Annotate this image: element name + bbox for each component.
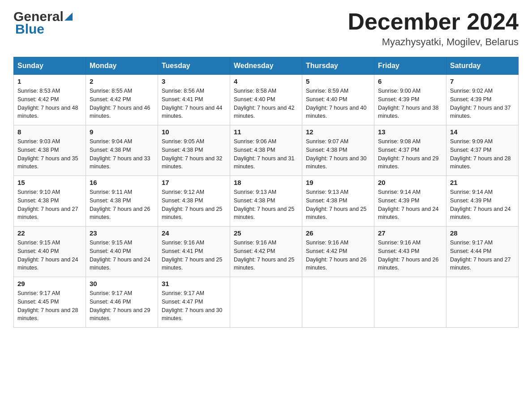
day-number: 7 (450, 77, 515, 85)
calendar-cell: 11Sunrise: 9:06 AMSunset: 4:38 PMDayligh… (230, 125, 302, 176)
day-info: Sunrise: 9:08 AMSunset: 4:37 PMDaylight:… (378, 137, 442, 171)
day-info: Sunrise: 9:09 AMSunset: 4:37 PMDaylight:… (450, 137, 515, 171)
weekday-header-saturday: Saturday (446, 57, 519, 75)
calendar-cell: 2Sunrise: 8:55 AMSunset: 4:42 PMDaylight… (86, 75, 158, 125)
day-number: 12 (306, 128, 370, 136)
calendar-cell: 27Sunrise: 9:16 AMSunset: 4:43 PMDayligh… (374, 227, 446, 277)
calendar-cell: 14Sunrise: 9:09 AMSunset: 4:37 PMDayligh… (446, 125, 519, 176)
calendar-body: 1Sunrise: 8:53 AMSunset: 4:42 PMDaylight… (14, 75, 519, 328)
calendar-cell: 8Sunrise: 9:03 AMSunset: 4:38 PMDaylight… (14, 125, 86, 176)
day-info: Sunrise: 9:16 AMSunset: 4:42 PMDaylight:… (306, 239, 370, 272)
day-info: Sunrise: 9:00 AMSunset: 4:39 PMDaylight:… (378, 87, 442, 120)
day-number: 28 (450, 229, 515, 237)
calendar-cell: 16Sunrise: 9:11 AMSunset: 4:38 PMDayligh… (86, 176, 158, 227)
day-number: 19 (306, 179, 370, 186)
weekday-header-thursday: Thursday (302, 57, 374, 75)
calendar-cell: 19Sunrise: 9:13 AMSunset: 4:38 PMDayligh… (302, 176, 374, 227)
day-info: Sunrise: 9:16 AMSunset: 4:41 PMDaylight:… (162, 239, 226, 272)
day-number: 23 (90, 229, 154, 237)
day-info: Sunrise: 9:02 AMSunset: 4:39 PMDaylight:… (450, 87, 515, 120)
day-number: 22 (17, 229, 82, 237)
day-info: Sunrise: 9:16 AMSunset: 4:42 PMDaylight:… (234, 239, 298, 272)
calendar-cell: 4Sunrise: 8:58 AMSunset: 4:40 PMDaylight… (230, 75, 302, 125)
day-info: Sunrise: 9:15 AMSunset: 4:40 PMDaylight:… (17, 239, 82, 272)
calendar-cell: 28Sunrise: 9:17 AMSunset: 4:44 PMDayligh… (446, 227, 519, 277)
week-row-1: 1Sunrise: 8:53 AMSunset: 4:42 PMDaylight… (14, 75, 519, 125)
day-info: Sunrise: 9:17 AMSunset: 4:44 PMDaylight:… (450, 239, 515, 272)
day-info: Sunrise: 9:13 AMSunset: 4:38 PMDaylight:… (234, 188, 298, 222)
day-info: Sunrise: 9:15 AMSunset: 4:40 PMDaylight:… (90, 239, 154, 272)
weekday-header-row: SundayMondayTuesdayWednesdayThursdayFrid… (14, 57, 519, 75)
day-info: Sunrise: 9:13 AMSunset: 4:38 PMDaylight:… (306, 188, 370, 222)
day-number: 24 (162, 229, 226, 237)
calendar-table: SundayMondayTuesdayWednesdayThursdayFrid… (13, 57, 519, 328)
calendar-cell: 1Sunrise: 8:53 AMSunset: 4:42 PMDaylight… (14, 75, 86, 125)
week-row-3: 15Sunrise: 9:10 AMSunset: 4:38 PMDayligh… (14, 176, 519, 227)
day-info: Sunrise: 8:59 AMSunset: 4:40 PMDaylight:… (306, 87, 370, 120)
day-info: Sunrise: 9:17 AMSunset: 4:45 PMDaylight:… (17, 289, 82, 323)
day-number: 10 (162, 128, 226, 136)
day-info: Sunrise: 9:05 AMSunset: 4:38 PMDaylight:… (162, 137, 226, 171)
week-row-5: 29Sunrise: 9:17 AMSunset: 4:45 PMDayligh… (14, 277, 519, 328)
day-number: 17 (162, 179, 226, 186)
calendar-cell (374, 277, 446, 328)
calendar-cell: 13Sunrise: 9:08 AMSunset: 4:37 PMDayligh… (374, 125, 446, 176)
day-number: 29 (17, 280, 82, 287)
day-number: 14 (450, 128, 515, 136)
calendar-cell: 6Sunrise: 9:00 AMSunset: 4:39 PMDaylight… (374, 75, 446, 125)
calendar-cell: 12Sunrise: 9:07 AMSunset: 4:38 PMDayligh… (302, 125, 374, 176)
day-info: Sunrise: 9:07 AMSunset: 4:38 PMDaylight:… (306, 137, 370, 171)
weekday-header-monday: Monday (86, 57, 158, 75)
calendar-cell: 20Sunrise: 9:14 AMSunset: 4:39 PMDayligh… (374, 176, 446, 227)
day-number: 21 (450, 179, 515, 186)
calendar-cell: 3Sunrise: 8:56 AMSunset: 4:41 PMDaylight… (158, 75, 230, 125)
week-row-4: 22Sunrise: 9:15 AMSunset: 4:40 PMDayligh… (14, 227, 519, 277)
day-info: Sunrise: 9:06 AMSunset: 4:38 PMDaylight:… (234, 137, 298, 171)
logo-triangle-icon (64, 13, 73, 21)
day-info: Sunrise: 9:11 AMSunset: 4:38 PMDaylight:… (90, 188, 154, 222)
day-number: 31 (162, 280, 226, 287)
day-number: 11 (234, 128, 298, 136)
calendar-cell (446, 277, 519, 328)
day-info: Sunrise: 8:58 AMSunset: 4:40 PMDaylight:… (234, 87, 298, 120)
day-info: Sunrise: 9:17 AMSunset: 4:46 PMDaylight:… (90, 289, 154, 323)
calendar-cell (230, 277, 302, 328)
calendar-cell: 22Sunrise: 9:15 AMSunset: 4:40 PMDayligh… (14, 227, 86, 277)
calendar-cell: 26Sunrise: 9:16 AMSunset: 4:42 PMDayligh… (302, 227, 374, 277)
day-number: 20 (378, 179, 442, 186)
calendar-cell: 29Sunrise: 9:17 AMSunset: 4:45 PMDayligh… (14, 277, 86, 328)
day-info: Sunrise: 9:03 AMSunset: 4:38 PMDaylight:… (17, 137, 82, 171)
location-title: Myazhysyatki, Mogilev, Belarus (348, 36, 519, 48)
logo: General Blue (13, 9, 73, 37)
calendar-cell: 24Sunrise: 9:16 AMSunset: 4:41 PMDayligh… (158, 227, 230, 277)
week-row-2: 8Sunrise: 9:03 AMSunset: 4:38 PMDaylight… (14, 125, 519, 176)
weekday-header-tuesday: Tuesday (158, 57, 230, 75)
day-info: Sunrise: 9:16 AMSunset: 4:43 PMDaylight:… (378, 239, 442, 272)
calendar-cell: 17Sunrise: 9:12 AMSunset: 4:38 PMDayligh… (158, 176, 230, 227)
day-number: 26 (306, 229, 370, 237)
day-number: 5 (306, 77, 370, 85)
calendar-cell: 5Sunrise: 8:59 AMSunset: 4:40 PMDaylight… (302, 75, 374, 125)
day-number: 9 (90, 128, 154, 136)
calendar-cell: 18Sunrise: 9:13 AMSunset: 4:38 PMDayligh… (230, 176, 302, 227)
day-number: 8 (17, 128, 82, 136)
weekday-header-sunday: Sunday (14, 57, 86, 75)
day-number: 4 (234, 77, 298, 85)
day-info: Sunrise: 8:55 AMSunset: 4:42 PMDaylight:… (90, 87, 154, 120)
calendar-cell: 15Sunrise: 9:10 AMSunset: 4:38 PMDayligh… (14, 176, 86, 227)
day-number: 1 (17, 77, 82, 85)
calendar-cell (302, 277, 374, 328)
calendar-cell: 31Sunrise: 9:17 AMSunset: 4:47 PMDayligh… (158, 277, 230, 328)
day-info: Sunrise: 8:56 AMSunset: 4:41 PMDaylight:… (162, 87, 226, 120)
day-info: Sunrise: 9:12 AMSunset: 4:38 PMDaylight:… (162, 188, 226, 222)
calendar-cell: 7Sunrise: 9:02 AMSunset: 4:39 PMDaylight… (446, 75, 519, 125)
calendar-cell: 25Sunrise: 9:16 AMSunset: 4:42 PMDayligh… (230, 227, 302, 277)
day-number: 27 (378, 229, 442, 237)
calendar-cell: 23Sunrise: 9:15 AMSunset: 4:40 PMDayligh… (86, 227, 158, 277)
day-info: Sunrise: 9:14 AMSunset: 4:39 PMDaylight:… (450, 188, 515, 222)
day-number: 13 (378, 128, 442, 136)
page-header: General Blue December 2024 Myazhysyatki,… (13, 9, 519, 48)
logo-blue-text: Blue (13, 21, 73, 37)
day-number: 6 (378, 77, 442, 85)
month-title: December 2024 (348, 9, 519, 34)
